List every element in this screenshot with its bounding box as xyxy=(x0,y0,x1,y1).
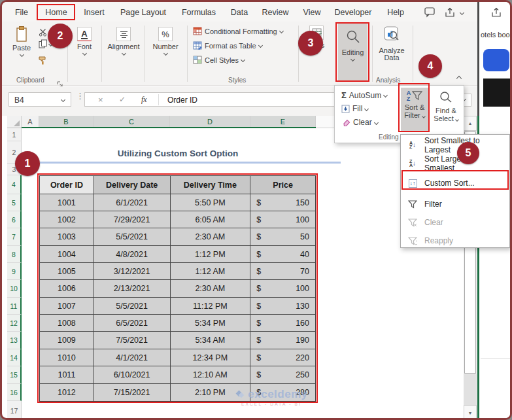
share-dropdown-icon[interactable] xyxy=(460,10,464,15)
font-label: Font xyxy=(77,43,92,50)
paste-label: Paste xyxy=(12,44,31,52)
partial-cell-text: otels book xyxy=(481,31,512,39)
tab-developer[interactable]: Developer xyxy=(332,5,375,20)
copy-icon[interactable] xyxy=(39,39,48,51)
annotation-box-custom-sort xyxy=(401,170,509,190)
select-all-button[interactable] xyxy=(7,116,22,128)
black-cell-fragment xyxy=(483,79,512,107)
autosum-dropdown-icon xyxy=(383,93,388,97)
styles-group-label: Styles xyxy=(228,77,246,84)
analyze-data-label-line2: Data xyxy=(384,54,399,61)
cancel-icon[interactable]: × xyxy=(98,95,103,105)
format-as-table-button[interactable]: Format as Table xyxy=(193,41,262,50)
alignment-group-button[interactable]: Alignment xyxy=(104,27,143,55)
cell-styles-label: Cell Styles xyxy=(205,56,239,64)
row-header-9[interactable]: 9 xyxy=(7,263,22,280)
splitter-handle[interactable]: ⋮ xyxy=(76,91,84,101)
sheet-title-cell[interactable]: Utilizing Custom Sort Option xyxy=(40,149,316,158)
autosum-button[interactable]: Σ AutoSum xyxy=(341,90,387,100)
tab-help[interactable]: Help xyxy=(384,5,407,20)
reapply-filter-icon xyxy=(406,237,419,245)
menu-item-label: Filter xyxy=(424,200,442,209)
comment-icon[interactable] xyxy=(424,7,435,20)
name-box[interactable]: B4 xyxy=(9,92,71,107)
fill-button[interactable]: Fill xyxy=(341,104,368,113)
row-header-8[interactable]: 8 xyxy=(7,246,22,263)
scrollbar-track[interactable] xyxy=(464,374,477,405)
tab-file[interactable]: File xyxy=(11,5,32,20)
font-group-button[interactable]: A Font xyxy=(70,27,99,55)
paste-button[interactable]: Paste xyxy=(12,26,31,56)
clipboard-group-label: Clipboard xyxy=(16,77,44,84)
row-header-10[interactable]: 10 xyxy=(7,280,22,298)
annotation-box-sort-filter xyxy=(398,83,430,132)
dropdown-icon xyxy=(258,43,263,48)
find-select-icon xyxy=(439,90,453,106)
enter-icon[interactable]: ✓ xyxy=(119,95,126,104)
tab-review[interactable]: Review xyxy=(260,5,291,20)
tab-page-layout[interactable]: Page Layout xyxy=(117,5,169,20)
conditional-formatting-label: Conditional Formatting xyxy=(205,27,277,35)
row-header-16[interactable]: 16 xyxy=(7,384,22,401)
menu-item-sort-smallest-to-largest[interactable]: AZ↓ Sort Smallest to Largest xyxy=(402,137,508,153)
menu-item-reapply: Reapply xyxy=(402,233,508,249)
menu-item-sort-largest-to-smallest[interactable]: ZA↓ Sort Largest to Smallest xyxy=(402,156,508,171)
sort-filter-menu: AZ↓ Sort Smallest to Largest ZA↓ Sort La… xyxy=(400,134,510,248)
row-header-13[interactable]: 13 xyxy=(7,332,22,349)
cell-styles-button[interactable]: Cell Styles xyxy=(193,56,245,64)
row-header-11[interactable]: 11 xyxy=(7,298,22,315)
number-dropdown-icon xyxy=(163,51,167,56)
find-select-label-line1: Find & xyxy=(435,107,456,114)
format-painter-icon[interactable] xyxy=(38,56,48,67)
row-header-1[interactable]: 1 xyxy=(7,128,22,141)
window-edge xyxy=(477,2,479,116)
eraser-icon xyxy=(341,118,350,127)
scroll-up-button[interactable]: ▲ xyxy=(464,116,477,131)
share-icon xyxy=(490,7,502,20)
row-header-5[interactable]: 5 xyxy=(7,194,22,211)
fill-label: Fill xyxy=(352,104,362,113)
sigma-icon: Σ xyxy=(341,90,347,100)
tab-data[interactable]: Data xyxy=(228,5,251,20)
formula-bar-content: Order ID xyxy=(167,96,197,105)
row-header-17[interactable]: 17 xyxy=(7,401,22,420)
clear-button[interactable]: Clear xyxy=(341,118,378,127)
conditional-formatting-button[interactable]: Conditional Formatting xyxy=(193,27,283,35)
row-header-4[interactable]: 4 xyxy=(7,175,22,194)
scroll-down-button[interactable]: ▼ xyxy=(464,405,477,420)
divider xyxy=(158,94,159,105)
annotation-box-table xyxy=(37,173,318,403)
cut-icon[interactable] xyxy=(39,27,47,39)
collapse-ribbon-icon[interactable] xyxy=(456,76,462,81)
row-header-15[interactable]: 15 xyxy=(7,366,22,384)
insert-function-icon[interactable]: fx xyxy=(141,95,147,105)
row-header-12[interactable]: 12 xyxy=(7,315,22,332)
number-group-button[interactable]: % Number xyxy=(147,27,184,55)
name-box-value: B4 xyxy=(14,96,24,105)
row-header-6[interactable]: 6 xyxy=(7,211,22,228)
analyze-data-button[interactable]: Analyze Data xyxy=(375,26,409,61)
row-header-7[interactable]: 7 xyxy=(7,228,22,246)
find-select-button[interactable]: Find & Select xyxy=(430,88,462,131)
menu-item-label: Clear xyxy=(424,218,443,227)
tab-formulas[interactable]: Formulas xyxy=(179,5,219,20)
group-separator xyxy=(187,26,188,82)
step-circle-2: 2 xyxy=(48,24,73,48)
step-circle-5: 5 xyxy=(457,142,479,164)
conditional-formatting-icon xyxy=(193,27,202,35)
tab-view[interactable]: View xyxy=(300,5,324,20)
row-header-14[interactable]: 14 xyxy=(7,349,22,366)
tab-insert[interactable]: Insert xyxy=(80,5,109,20)
group-separator xyxy=(413,26,413,82)
percent-icon: % xyxy=(158,27,173,41)
font-icon: A xyxy=(77,27,92,41)
fill-dropdown-icon xyxy=(364,106,369,111)
share-icon[interactable] xyxy=(444,7,456,20)
menu-item-filter[interactable]: Filter xyxy=(402,196,508,212)
fill-icon xyxy=(341,105,350,113)
title-underline-rule xyxy=(40,162,341,164)
cell-styles-icon xyxy=(193,56,202,64)
clear-label: Clear xyxy=(353,118,372,127)
name-box-dropdown-icon[interactable] xyxy=(61,97,65,102)
divider xyxy=(481,359,512,359)
